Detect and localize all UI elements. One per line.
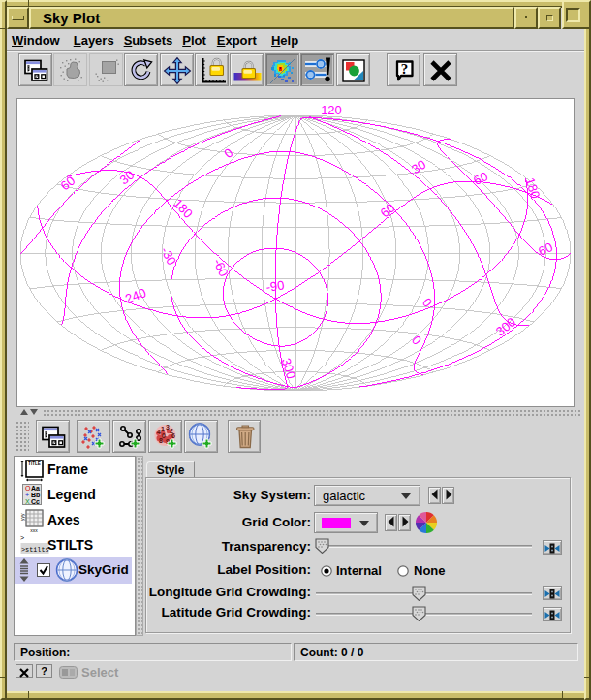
svg-text:120: 120: [321, 103, 342, 117]
svg-text:300: 300: [493, 314, 518, 338]
svg-text:240: 240: [123, 285, 148, 306]
svg-text:X: X: [25, 498, 30, 505]
svg-text:60: 60: [471, 169, 489, 188]
svg-text:Aa: Aa: [31, 485, 40, 492]
svg-text:Cc: Cc: [31, 498, 40, 505]
svg-text:>: >: [20, 534, 24, 542]
svg-text:+: +: [25, 492, 29, 498]
svg-text:?: ?: [401, 60, 409, 76]
svg-text:180: 180: [523, 175, 544, 200]
svg-text:-30: -30: [158, 244, 179, 268]
svg-text:1: 1: [161, 426, 165, 432]
svg-text:0: 0: [409, 333, 424, 347]
svg-text:30: 30: [117, 168, 138, 188]
svg-text:30: 30: [409, 157, 428, 176]
svg-text:8: 8: [159, 437, 163, 444]
svg-text:Bb: Bb: [31, 492, 40, 498]
svg-text:60: 60: [378, 201, 398, 221]
svg-text:6: 6: [171, 432, 175, 439]
svg-text:TITLE: TITLE: [28, 461, 41, 466]
svg-text:60: 60: [536, 239, 554, 259]
svg-text:yyy: yyy: [19, 513, 25, 521]
svg-text:-90: -90: [265, 277, 286, 294]
svg-text:>stilts: >stilts: [21, 546, 49, 554]
